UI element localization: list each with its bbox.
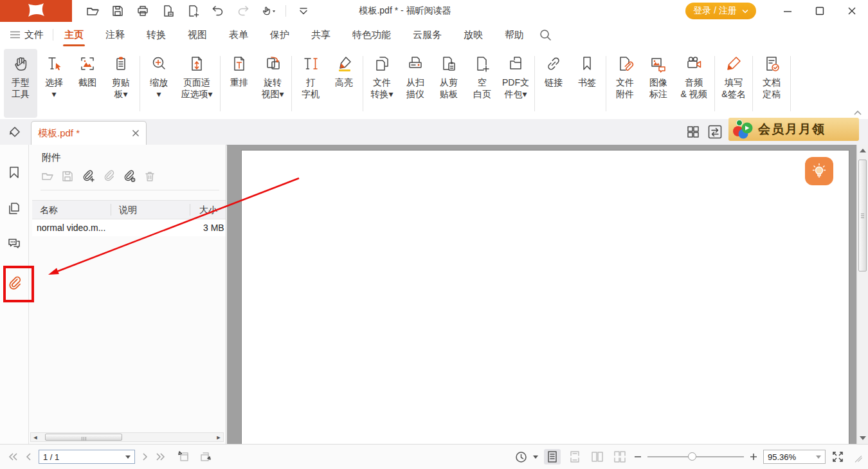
chevron-down-icon[interactable]	[533, 455, 538, 459]
chevron-down-icon[interactable]	[125, 455, 131, 459]
fill-sign-tool[interactable]: 填写 &签名	[717, 49, 750, 118]
highlight-tool[interactable]: 高亮	[327, 49, 361, 118]
remove-page-icon[interactable]	[160, 3, 176, 19]
blank-page-tool[interactable]: 空 白页	[466, 49, 499, 118]
scroll-down-icon[interactable]	[860, 436, 866, 440]
link-tool[interactable]: 链接	[537, 49, 570, 118]
tab-form[interactable]: 表单	[218, 22, 259, 48]
next-view-icon[interactable]	[198, 450, 212, 463]
add-page-icon[interactable]	[185, 3, 201, 19]
column-description[interactable]: 说明	[111, 204, 190, 216]
attachment-row[interactable]: normal video.m... 3 MB	[32, 219, 226, 236]
bookmark-tool[interactable]: 书签	[570, 49, 604, 118]
login-button[interactable]: 登录 / 注册	[685, 3, 756, 19]
image-annotation-tool[interactable]: 图像 标注	[642, 49, 675, 118]
document-tab[interactable]: 模板.pdf *	[31, 121, 147, 145]
scroll-up-icon[interactable]	[860, 149, 866, 152]
search-icon[interactable]	[539, 28, 552, 41]
fullscreen-icon[interactable]	[831, 450, 844, 463]
tab-features[interactable]: 特色功能	[341, 22, 402, 48]
zoom-out-icon[interactable]	[634, 453, 642, 461]
annotation-pencil-icon[interactable]	[8, 125, 22, 140]
maximize-button[interactable]	[804, 0, 836, 22]
select-tool[interactable]: 选择 ▾	[37, 49, 71, 118]
bookmarks-panel-button[interactable]	[6, 165, 22, 180]
hand-pointer-icon[interactable]	[260, 3, 276, 19]
single-page-view-button[interactable]	[544, 449, 561, 464]
lightbulb-assistant-button[interactable]	[805, 157, 833, 185]
switch-tab-icon[interactable]	[708, 125, 722, 139]
reflow-tool[interactable]: 重排	[222, 49, 256, 118]
file-attachment-tool[interactable]: 文件 附件	[608, 49, 642, 118]
collapse-ribbon-icon[interactable]	[854, 110, 862, 115]
chevron-down-icon[interactable]	[816, 455, 821, 459]
minimize-button[interactable]	[772, 0, 804, 22]
add-attachment-icon[interactable]	[81, 170, 95, 183]
snapshot-tool[interactable]: 截图	[71, 49, 104, 118]
attachment-settings-icon[interactable]	[122, 170, 136, 183]
redo-icon[interactable]	[235, 3, 251, 19]
tab-protect[interactable]: 保护	[259, 22, 300, 48]
tab-view[interactable]: 视图	[177, 22, 218, 48]
horizontal-scrollbar[interactable]: ◄ ►	[30, 432, 224, 442]
finalize-tool[interactable]: 文档 定稿	[755, 49, 788, 118]
prev-page-icon[interactable]	[25, 452, 32, 461]
trash-icon[interactable]	[143, 170, 156, 183]
clipboard-tool[interactable]: 剪贴 板▾	[104, 49, 138, 118]
save-attachment-icon[interactable]	[61, 170, 74, 183]
prev-view-icon[interactable]	[177, 450, 191, 463]
zoom-tool[interactable]: 缩放 ▾	[142, 49, 176, 118]
tab-slideshow[interactable]: 放映	[453, 22, 494, 48]
tab-home[interactable]: 主页	[53, 22, 95, 48]
page-number-input[interactable]: 1 / 1	[39, 450, 135, 464]
from-clipboard-tool[interactable]: 从剪 贴板	[432, 49, 466, 118]
scroll-left-icon[interactable]: ◄	[31, 434, 40, 441]
hand-tool[interactable]: 手型 工具	[4, 49, 37, 118]
page-fit-tool[interactable]: 页面适 应选项▾	[176, 49, 218, 118]
undo-icon[interactable]	[210, 3, 226, 19]
last-page-icon[interactable]	[156, 452, 166, 461]
zoom-level-input[interactable]: 95.36%	[763, 450, 826, 464]
open-file-icon[interactable]	[85, 3, 100, 19]
rotate-view-tool[interactable]: 旋转 视图▾	[256, 49, 289, 118]
pages-panel-button[interactable]	[6, 201, 22, 216]
attachment-icon[interactable]	[102, 170, 115, 183]
convert-tool[interactable]: 文件 转换▾	[365, 49, 399, 118]
facing-view-button[interactable]	[589, 449, 606, 464]
tab-share[interactable]: 共享	[300, 22, 341, 48]
comments-panel-button[interactable]	[6, 235, 22, 251]
tab-help[interactable]: 帮助	[494, 22, 535, 48]
column-size[interactable]: 大小	[190, 204, 226, 216]
scrollbar-thumb[interactable]	[858, 160, 867, 271]
pdf-page[interactable]	[241, 150, 849, 444]
open-folder-icon[interactable]	[41, 170, 54, 183]
tab-comment[interactable]: 注释	[95, 22, 136, 48]
save-icon[interactable]	[110, 3, 125, 19]
vertical-scrollbar[interactable]	[856, 145, 868, 444]
print-icon[interactable]	[135, 3, 150, 19]
resize-grip[interactable]	[853, 452, 862, 461]
foxit-logo[interactable]	[0, 0, 72, 22]
scrollbar-thumb[interactable]	[45, 434, 122, 441]
close-tab-icon[interactable]	[132, 129, 140, 137]
next-page-icon[interactable]	[142, 452, 149, 461]
from-scanner-tool[interactable]: 从扫 描仪	[399, 49, 432, 118]
vip-promo-banner[interactable]: 会员月月领	[728, 118, 859, 141]
auto-scroll-clock-icon[interactable]	[515, 451, 527, 463]
continuous-view-button[interactable]	[566, 449, 583, 464]
scroll-right-icon[interactable]: ►	[214, 434, 223, 441]
facing-continuous-view-button[interactable]	[611, 449, 628, 464]
file-menu-button[interactable]: 文件	[10, 29, 44, 41]
attachments-panel-button[interactable]	[6, 275, 22, 291]
typewriter-tool[interactable]: 打 字机	[294, 49, 327, 118]
first-page-icon[interactable]	[8, 452, 18, 461]
zoom-slider-thumb[interactable]	[688, 452, 696, 461]
pdf-portfolio-tool[interactable]: PDF文 件包▾	[499, 49, 532, 118]
column-name[interactable]: 名称	[32, 204, 111, 216]
audio-video-tool[interactable]: 音频 & 视频	[675, 49, 712, 118]
tab-convert[interactable]: 转换	[136, 22, 177, 48]
grid-view-icon[interactable]	[687, 125, 700, 138]
zoom-slider[interactable]	[647, 450, 744, 463]
tab-cloud[interactable]: 云服务	[402, 22, 453, 48]
zoom-in-icon[interactable]	[750, 453, 757, 461]
